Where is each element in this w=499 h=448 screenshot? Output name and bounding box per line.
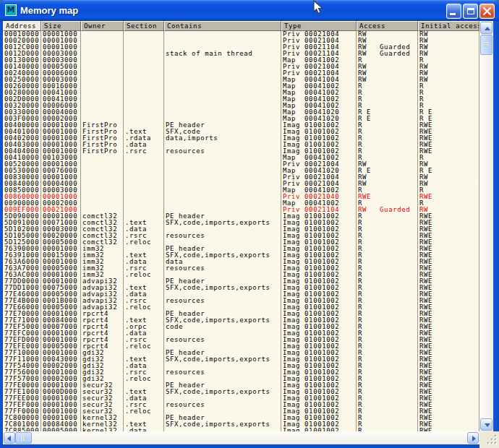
table-row[interactable]: 0040100000001000FirstPro.textSFX,codeIma… bbox=[3, 129, 479, 135]
cell-size: 00001000 bbox=[41, 415, 81, 421]
table-row[interactable]: 0083000000001000Priv 00021004RWRW bbox=[3, 174, 479, 181]
table-row[interactable]: 77FE10000000D000secur32.textSFX,code,imp… bbox=[3, 389, 479, 395]
table-row[interactable]: 5D09000000001000comctl32PE headerImag 01… bbox=[3, 213, 479, 220]
vertical-scrollbar[interactable] bbox=[479, 21, 493, 431]
table-row[interactable]: 009EF00000021000Priv 00021104RW GuardedR… bbox=[3, 207, 479, 213]
table-row[interactable]: 7639000000001000imm32PE headerImag 01001… bbox=[3, 246, 479, 252]
table-row[interactable]: 0032000000006000Map 00041002RR bbox=[3, 103, 479, 109]
cell-access: R bbox=[357, 233, 418, 239]
cell-type: Priv 00021004 bbox=[281, 181, 357, 187]
titlebar[interactable]: M Memory map bbox=[0, 0, 499, 21]
scroll-left-button[interactable] bbox=[4, 432, 15, 444]
table-row[interactable]: 0053000000076000Map 00041020R ER E bbox=[3, 168, 479, 174]
table-row[interactable]: 5D10500000020000comctl32.rsrcresourcesIm… bbox=[3, 233, 479, 239]
table-row[interactable]: 0024000000006000Priv 00021004RWRW bbox=[3, 70, 479, 77]
close-button[interactable] bbox=[479, 4, 495, 19]
resize-grip[interactable] bbox=[479, 431, 499, 448]
scroll-up-button[interactable] bbox=[480, 22, 492, 34]
table-row[interactable]: 0040200000001000FirstPro.rdatadata,impor… bbox=[3, 135, 479, 142]
cell-type: Imag 01001002 bbox=[281, 148, 357, 155]
minimize-button[interactable] bbox=[446, 4, 461, 19]
vertical-scroll-thumb[interactable] bbox=[480, 35, 492, 55]
table-row[interactable]: 77F1100000043000gdi32.textSFX,code,impor… bbox=[3, 356, 479, 363]
table-row[interactable]: 77F5400000002000gdi32.dataImag 01001002R… bbox=[3, 363, 479, 369]
table-row[interactable]: 0052000000001000Priv 00021004RWRW bbox=[3, 161, 479, 168]
table-row[interactable]: 77F5600000001000gdi32.rsrcresourcesImag … bbox=[3, 369, 479, 376]
app-icon[interactable]: M bbox=[5, 4, 17, 16]
table-row[interactable]: 0086000000001000Priv 00021040RWERWE bbox=[3, 194, 479, 200]
scroll-right-button[interactable] bbox=[467, 432, 479, 444]
cell-contains bbox=[164, 330, 281, 337]
table-row[interactable]: 77E4B0000001B000advapi32.rsrcresourcesIm… bbox=[3, 298, 479, 304]
table-row[interactable]: 5D09100000071000comctl32.textSFX,code,im… bbox=[3, 220, 479, 226]
maximize-button[interactable] bbox=[463, 4, 478, 19]
cell-size: 00005000 bbox=[41, 304, 81, 311]
table-row[interactable]: 0012D00000003000stack of main threadPriv… bbox=[3, 51, 479, 57]
table-row[interactable]: 5D10200000003000comctl32.dataImag 010010… bbox=[3, 226, 479, 233]
table-row[interactable]: 0090000000002000Map 00041002RR bbox=[3, 200, 479, 207]
table-row[interactable]: 0041000000103000Map 00041002RR bbox=[3, 155, 479, 161]
column-header-type[interactable]: Type bbox=[281, 21, 357, 31]
table-row[interactable]: 003F000000002000Map 00041020R ER E bbox=[3, 116, 479, 122]
table-row[interactable]: 0040300000001000FirstPro.dataImag 010010… bbox=[3, 142, 479, 148]
table-row[interactable]: 77EFD00000001000rpcrt4.rsrcresourcesImag… bbox=[3, 337, 479, 343]
scroll-down-button[interactable] bbox=[480, 418, 492, 431]
cell-type: Imag 01001002 bbox=[281, 382, 357, 389]
table-row[interactable]: 0085000000003000Map 00041002RR bbox=[3, 187, 479, 194]
table-row[interactable]: 77E6600000005000advapi32.relocImag 01001… bbox=[3, 304, 479, 311]
memory-map-window: M Memory map AddressSizeOwnerSectionCont… bbox=[0, 0, 499, 448]
table-row[interactable]: 77FF000000001000secur32.relocImag 010010… bbox=[3, 408, 479, 415]
table-row[interactable]: 763A600000001000imm32.datadataImag 01001… bbox=[3, 259, 479, 265]
cell-initial: RWE bbox=[418, 129, 479, 135]
table-row[interactable]: 0012C00000001000Priv 00021104RW GuardedR… bbox=[3, 44, 479, 51]
table-row[interactable]: 0040000000001000FirstProPE headerImag 01… bbox=[3, 122, 479, 129]
table-row[interactable]: 0013000000003000Map 00041002RR bbox=[3, 57, 479, 64]
table-row[interactable]: 77F1000000001000gdi32PE headerImag 01001… bbox=[3, 350, 479, 356]
table-row[interactable]: 763A700000005000imm32.rsrcresourcesImag … bbox=[3, 265, 479, 272]
cell-owner: advapi32 bbox=[81, 285, 124, 291]
table-row[interactable]: 0001000000001000Priv 00021004RWRW bbox=[3, 31, 479, 38]
cell-type: Priv 00021104 bbox=[281, 207, 357, 213]
table-row[interactable]: 5D12500000005000comctl32.relocImag 01001… bbox=[3, 239, 479, 246]
column-header-contains[interactable]: Contains bbox=[164, 21, 281, 31]
table-row[interactable]: 77FE000000001000secur32PE headerImag 010… bbox=[3, 382, 479, 389]
table-row[interactable]: 0026000000016000Map 00041002RR bbox=[3, 83, 479, 90]
cell-contains: SFX,code,imports,exports bbox=[164, 220, 281, 226]
table-row[interactable]: 0025000000003000Map 00041004RWRW bbox=[3, 77, 479, 83]
horizontal-scroll-thumb[interactable] bbox=[15, 432, 32, 444]
cell-section: .data bbox=[124, 291, 164, 298]
column-header-access[interactable]: Access bbox=[357, 21, 418, 31]
table-row[interactable]: 77EFC00000001000rpcrt4.dataImag 01001002… bbox=[3, 330, 479, 337]
cell-owner: kernel32 bbox=[81, 421, 124, 428]
column-header-size[interactable]: Size bbox=[41, 21, 81, 31]
table-row[interactable]: 77FEF00000001000secur32.rsrcresourcesIma… bbox=[3, 402, 479, 408]
table-row[interactable]: 77E4600000005000advapi32.dataImag 010010… bbox=[3, 291, 479, 298]
table-row[interactable]: 77DD100000075000advapi32.textSFX,code,im… bbox=[3, 285, 479, 291]
table-row[interactable]: 0014000000005000Priv 00021004RWRW bbox=[3, 64, 479, 70]
table-row[interactable]: 77EF500000007000rpcrt4.orpccodeImag 0100… bbox=[3, 324, 479, 330]
table-row[interactable]: 0033000000004000Map 00041020R ER E bbox=[3, 109, 479, 116]
table-row[interactable]: 0084000000004000Priv 00021004RWRW bbox=[3, 181, 479, 187]
table-row[interactable]: 763AC00000001000imm32.relocImag 01001002… bbox=[3, 272, 479, 278]
table-row[interactable]: 0040400000001000FirstPro.rsrcresourcesIm… bbox=[3, 148, 479, 155]
table-row[interactable]: 77EFE00000005000rpcrt4.relocImag 0100100… bbox=[3, 343, 479, 350]
table-row[interactable]: 002D000000041000Map 00041002RR bbox=[3, 96, 479, 103]
table-row[interactable]: 77DD000000001000advapi32PE headerImag 01… bbox=[3, 278, 479, 285]
table-row[interactable]: 7C80100000084000kernel32.textSFX,code,im… bbox=[3, 421, 479, 428]
table-row[interactable]: 0002000000001000Priv 00021004RWRW bbox=[3, 38, 479, 44]
table-row[interactable]: 77F5700000002000gdi32.relocImag 01001002… bbox=[3, 376, 479, 382]
table-row[interactable]: 7C80000000001000kernel32PE headerImag 01… bbox=[3, 415, 479, 421]
cell-initial: RWE bbox=[418, 376, 479, 382]
cell-size: 00005000 bbox=[41, 239, 81, 246]
column-header-section[interactable]: Section bbox=[124, 21, 164, 31]
table-row[interactable]: 77FEE00000001000secur32.dataImag 0100100… bbox=[3, 395, 479, 402]
column-header-owner[interactable]: Owner bbox=[81, 21, 124, 31]
horizontal-scrollbar[interactable] bbox=[3, 431, 479, 444]
table-row[interactable]: 0028000000041000Map 00041002RR bbox=[3, 90, 479, 96]
table-row[interactable]: 7639100000015000imm32.textSFX,code,impor… bbox=[3, 252, 479, 259]
table-row[interactable]: 77E7000000001000rpcrt4PE headerImag 0100… bbox=[3, 311, 479, 317]
table-row[interactable]: 77E7100000084000rpcrt4.textSFX,code,impo… bbox=[3, 317, 479, 324]
column-header-initial-access[interactable]: Initial access bbox=[418, 21, 479, 31]
cell-owner: gdi32 bbox=[81, 356, 124, 363]
column-header-address[interactable]: Address bbox=[3, 21, 41, 31]
